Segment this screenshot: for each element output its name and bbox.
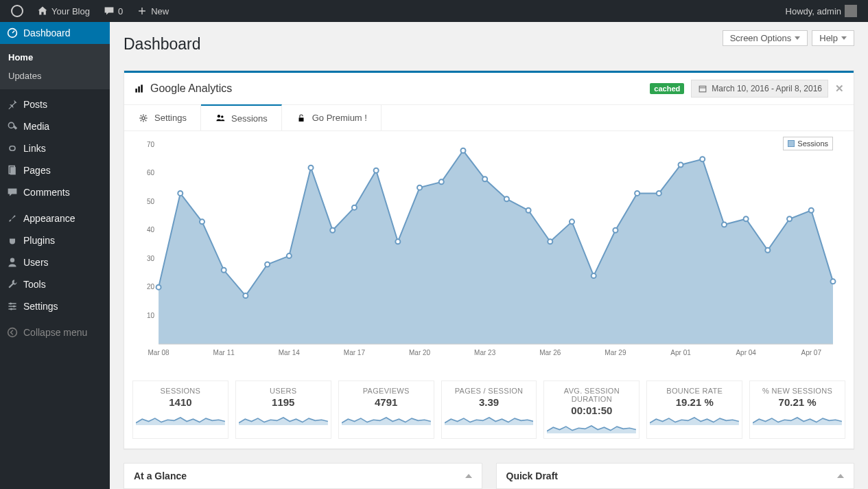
collapse-icon bbox=[465, 474, 472, 478]
svg-point-36 bbox=[417, 185, 422, 190]
svg-point-41 bbox=[526, 208, 531, 213]
stat-card: AVG. SESSION DURATION 00:01:50 bbox=[543, 380, 640, 439]
stat-card: BOUNCE RATE 19.21 % bbox=[646, 380, 742, 439]
sidebar-item-tools[interactable]: Tools bbox=[0, 273, 110, 295]
sidebar-label: Media bbox=[23, 121, 49, 132]
link-icon bbox=[7, 143, 18, 154]
new-link[interactable]: New bbox=[131, 0, 174, 22]
sidebar-item-appearance[interactable]: Appearance bbox=[0, 207, 110, 229]
svg-point-46 bbox=[635, 191, 640, 196]
site-name: Your Blog bbox=[51, 6, 90, 16]
sidebar-label: Comments bbox=[23, 187, 70, 198]
google-analytics-widget: Google Analytics cached March 10, 2016 -… bbox=[124, 70, 854, 449]
svg-text:Apr 07: Apr 07 bbox=[801, 349, 822, 356]
tab-settings[interactable]: Settings bbox=[124, 105, 201, 130]
svg-point-42 bbox=[548, 239, 552, 244]
stat-label: PAGEVIEWS bbox=[342, 387, 431, 395]
sidebar-collapse[interactable]: Collapse menu bbox=[0, 321, 110, 343]
sidebar-item-media[interactable]: Media bbox=[0, 115, 110, 137]
gear-icon bbox=[138, 113, 149, 124]
plug-icon bbox=[7, 235, 18, 246]
svg-text:Apr 01: Apr 01 bbox=[670, 349, 691, 356]
plus-icon bbox=[137, 5, 148, 16]
sessions-chart: 10203040506070Mar 08Mar 11Mar 14Mar 17Ma… bbox=[138, 138, 840, 365]
svg-point-26 bbox=[200, 219, 204, 224]
svg-point-40 bbox=[504, 196, 509, 201]
sidebar-item-posts[interactable]: Posts bbox=[0, 93, 110, 115]
howdy-link[interactable]: Howdy, admin bbox=[780, 0, 863, 22]
svg-text:50: 50 bbox=[147, 198, 155, 205]
stat-value: 1410 bbox=[136, 396, 225, 408]
svg-point-52 bbox=[765, 248, 770, 253]
svg-point-5 bbox=[10, 302, 12, 304]
sidebar-item-users[interactable]: Users bbox=[0, 251, 110, 273]
svg-rect-10 bbox=[138, 87, 139, 93]
svg-point-39 bbox=[482, 177, 487, 181]
stat-card: % NEW SESSIONS 70.21 % bbox=[749, 380, 845, 439]
avatar bbox=[845, 5, 857, 17]
sidebar-item-dashboard[interactable]: Dashboard bbox=[0, 22, 110, 44]
svg-point-33 bbox=[352, 205, 357, 210]
sidebar-sub-home[interactable]: Home bbox=[0, 48, 110, 67]
sidebar-item-comments[interactable]: Comments bbox=[0, 181, 110, 203]
home-icon bbox=[37, 5, 48, 16]
dashboard-icon bbox=[7, 27, 18, 38]
svg-text:Mar 26: Mar 26 bbox=[539, 349, 561, 356]
svg-rect-3 bbox=[10, 167, 16, 174]
svg-point-30 bbox=[287, 253, 292, 258]
date-range-picker[interactable]: March 10, 2016 - April 8, 2016 bbox=[691, 80, 828, 98]
chevron-down-icon bbox=[841, 36, 847, 40]
tab-premium[interactable]: Go Premium ! bbox=[282, 105, 382, 130]
sidebar-item-links[interactable]: Links bbox=[0, 137, 110, 159]
brush-icon bbox=[7, 213, 18, 224]
stat-value: 70.21 % bbox=[753, 396, 842, 408]
sidebar-label: Posts bbox=[23, 99, 47, 110]
svg-point-13 bbox=[142, 116, 145, 119]
wp-logo[interactable] bbox=[5, 0, 29, 22]
sidebar-item-settings[interactable]: Settings bbox=[0, 295, 110, 317]
sidebar-sub-updates[interactable]: Updates bbox=[0, 67, 110, 85]
svg-point-27 bbox=[222, 268, 226, 273]
sidebar-label: Collapse menu bbox=[23, 327, 87, 338]
user-icon bbox=[7, 257, 18, 268]
cached-badge: cached bbox=[650, 83, 684, 94]
stat-label: AVG. SESSION DURATION bbox=[547, 387, 636, 403]
stat-label: % NEW SESSIONS bbox=[753, 387, 842, 395]
wrench-icon bbox=[7, 279, 18, 290]
svg-text:Mar 29: Mar 29 bbox=[605, 349, 626, 356]
sidebar-item-plugins[interactable]: Plugins bbox=[0, 229, 110, 251]
unlock-icon bbox=[296, 113, 307, 124]
sidebar-item-pages[interactable]: Pages bbox=[0, 159, 110, 181]
close-icon[interactable]: ✕ bbox=[835, 82, 844, 95]
site-link[interactable]: Your Blog bbox=[32, 0, 95, 22]
svg-text:10: 10 bbox=[147, 312, 155, 319]
help-button[interactable]: Help bbox=[812, 30, 854, 46]
quick-draft-widget-header[interactable]: Quick Draft bbox=[497, 464, 854, 488]
calendar-icon bbox=[697, 83, 708, 94]
screen-options-button[interactable]: Screen Options bbox=[723, 30, 808, 46]
tab-sessions[interactable]: Sessions bbox=[201, 104, 282, 130]
svg-text:60: 60 bbox=[147, 169, 155, 177]
stat-card: PAGES / SESSION 3.39 bbox=[441, 380, 537, 439]
svg-point-51 bbox=[744, 216, 749, 221]
svg-point-50 bbox=[722, 223, 727, 227]
svg-point-29 bbox=[265, 262, 270, 267]
svg-point-48 bbox=[679, 163, 683, 168]
svg-text:Mar 17: Mar 17 bbox=[344, 349, 366, 356]
sidebar-label: Links bbox=[23, 143, 46, 154]
new-label: New bbox=[151, 6, 169, 16]
svg-point-24 bbox=[156, 285, 161, 290]
sidebar-label: Dashboard bbox=[23, 27, 71, 38]
svg-text:Mar 08: Mar 08 bbox=[148, 349, 170, 356]
sidebar-label: Settings bbox=[23, 301, 58, 312]
sidebar-label: Appearance bbox=[23, 213, 75, 224]
svg-point-32 bbox=[330, 228, 335, 233]
sliders-icon bbox=[7, 301, 18, 312]
bar-chart-icon bbox=[134, 83, 145, 94]
at-a-glance-widget-header[interactable]: At a Glance bbox=[124, 464, 482, 488]
svg-point-4 bbox=[10, 258, 14, 262]
collapse-icon bbox=[837, 474, 844, 478]
svg-point-47 bbox=[657, 191, 661, 196]
sidebar-label: Plugins bbox=[23, 235, 55, 246]
comments-link[interactable]: 0 bbox=[98, 0, 128, 22]
